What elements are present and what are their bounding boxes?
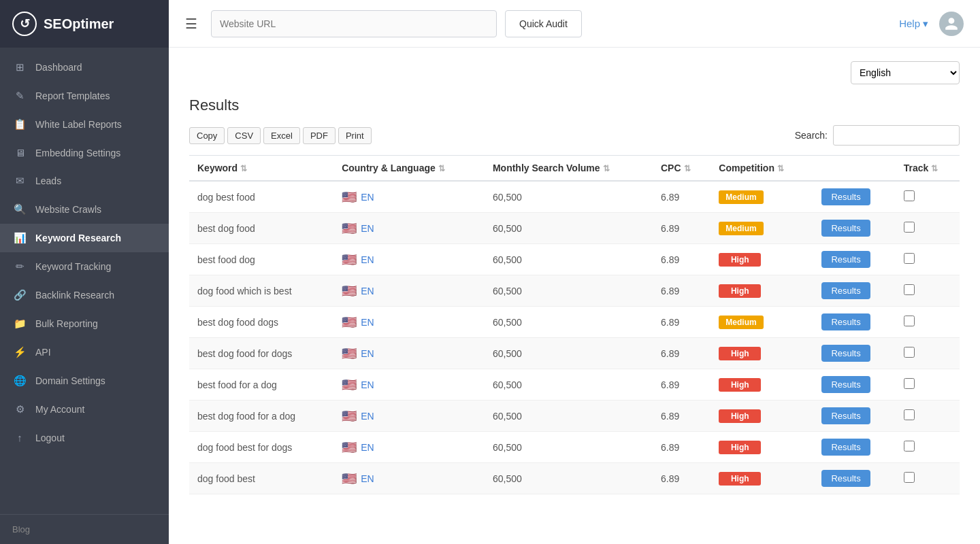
search-row: Search: (795, 125, 960, 146)
track-checkbox[interactable] (904, 378, 915, 389)
volume-cell: 60,500 (485, 213, 653, 244)
track-checkbox[interactable] (904, 441, 915, 452)
sidebar-item-my-account[interactable]: ⚙ My Account (0, 395, 169, 424)
sidebar-footer[interactable]: Blog (0, 514, 169, 544)
results-button[interactable]: Results (821, 188, 870, 205)
results-button[interactable]: Results (821, 313, 870, 330)
main-content: ☰ Quick Audit Help ▾ EnglishSpanishFrenc… (169, 0, 980, 544)
track-checkbox[interactable] (904, 472, 915, 483)
sidebar-item-report-templates[interactable]: ✎ Report Templates (0, 82, 169, 110)
results-cell: Results (813, 432, 895, 463)
export-excel-button[interactable]: Excel (263, 127, 300, 144)
sidebar-item-logout[interactable]: ↑ Logout (0, 424, 169, 452)
track-checkbox[interactable] (904, 190, 915, 201)
track-checkbox[interactable] (904, 253, 915, 264)
keyword-cell[interactable]: dog food which is best (189, 275, 333, 307)
logo[interactable]: ↺ SEOptimer (0, 0, 169, 48)
language-code: EN (361, 286, 374, 296)
results-button[interactable]: Results (821, 345, 870, 362)
competition-sort-icon[interactable]: ⇅ (777, 164, 784, 173)
results-button[interactable]: Results (821, 220, 870, 237)
my-account-icon: ⚙ (12, 403, 27, 415)
dashboard-icon: ⊞ (12, 61, 27, 73)
sidebar-item-embedding[interactable]: 🖥 Embedding Settings (0, 139, 169, 167)
results-button[interactable]: Results (821, 251, 870, 268)
sidebar-item-keyword-tracking[interactable]: ✏ Keyword Tracking (0, 252, 169, 281)
language-code: EN (361, 348, 374, 359)
results-button[interactable]: Results (821, 470, 870, 487)
results-button[interactable]: Results (821, 376, 870, 393)
th-competition: Competition⇅ (710, 156, 813, 182)
language-select[interactable]: EnglishSpanishFrenchGermanItalian (851, 61, 960, 84)
keyword-cell[interactable]: best dog food (189, 213, 333, 244)
monthly_search_volume-sort-icon[interactable]: ⇅ (603, 164, 610, 173)
results-title: Results (189, 97, 960, 114)
sidebar-item-domain-settings[interactable]: 🌐 Domain Settings (0, 367, 169, 395)
help-label: Help (899, 18, 920, 29)
cpc-cell: 6.89 (653, 244, 710, 275)
track-checkbox[interactable] (904, 409, 915, 420)
sidebar-item-dashboard[interactable]: ⊞ Dashboard (0, 53, 169, 82)
page-content: EnglishSpanishFrenchGermanItalian Result… (169, 48, 980, 544)
sidebar-item-website-crawls[interactable]: 🔍 Website Crawls (0, 195, 169, 224)
country_language-sort-icon[interactable]: ⇅ (438, 164, 445, 173)
export-print-button[interactable]: Print (338, 127, 372, 144)
track-sort-icon[interactable]: ⇅ (931, 164, 938, 173)
table-row: best dog food🇺🇸EN60,5006.89MediumResults (189, 213, 960, 244)
keyword-cell[interactable]: dog food best for dogs (189, 432, 333, 463)
keyword-sort-icon[interactable]: ⇅ (240, 164, 247, 173)
table-row: dog food best🇺🇸EN60,5006.89HighResults (189, 463, 960, 494)
results-cell: Results (813, 369, 895, 401)
track-checkbox[interactable] (904, 347, 915, 358)
export-copy-button[interactable]: Copy (189, 127, 225, 144)
results-cell: Results (813, 463, 895, 494)
search-input[interactable] (833, 125, 960, 146)
country-language-cell: 🇺🇸EN (333, 213, 485, 244)
results-cell: Results (813, 181, 895, 213)
user-avatar[interactable] (939, 12, 964, 36)
table-row: dog food which is best🇺🇸EN60,5006.89High… (189, 275, 960, 307)
results-button[interactable]: Results (821, 407, 870, 424)
track-checkbox[interactable] (904, 284, 915, 295)
sidebar-item-white-label[interactable]: 📋 White Label Reports (0, 110, 169, 139)
keyword-cell[interactable]: best food for a dog (189, 369, 333, 401)
keyword-cell[interactable]: best dog food for dogs (189, 338, 333, 369)
country-language-cell: 🇺🇸EN (333, 432, 485, 463)
export-csv-button[interactable]: CSV (227, 127, 261, 144)
results-button[interactable]: Results (821, 282, 870, 299)
white-label-icon: 📋 (12, 118, 27, 131)
cpc-sort-icon[interactable]: ⇅ (684, 164, 691, 173)
leads-icon: ✉ (12, 175, 27, 187)
track-checkbox[interactable] (904, 222, 915, 233)
url-input[interactable] (211, 10, 497, 37)
help-button[interactable]: Help ▾ (899, 18, 928, 30)
keyword-cell[interactable]: best dog food dogs (189, 307, 333, 338)
logo-text: SEOptimer (44, 16, 114, 32)
track-cell (896, 275, 960, 307)
flag-icon: 🇺🇸 (342, 409, 357, 424)
keyword-cell[interactable]: dog best food (189, 181, 333, 213)
flag-icon: 🇺🇸 (342, 190, 357, 205)
results-button[interactable]: Results (821, 439, 870, 456)
sidebar-item-backlink-research[interactable]: 🔗 Backlink Research (0, 281, 169, 309)
sidebar-item-keyword-research[interactable]: 📊 Keyword Research (0, 224, 169, 252)
hamburger-icon[interactable]: ☰ (185, 16, 197, 32)
flag-icon: 🇺🇸 (342, 440, 357, 455)
country-language-cell: 🇺🇸EN (333, 275, 485, 307)
sidebar-item-leads[interactable]: ✉ Leads (0, 167, 169, 195)
language-code: EN (361, 379, 374, 390)
competition-cell: Medium (710, 307, 813, 338)
keyword-cell[interactable]: best dog food for a dog (189, 401, 333, 432)
sidebar-item-label: Logout (35, 432, 65, 443)
keyword-cell[interactable]: best food dog (189, 244, 333, 275)
volume-cell: 60,500 (485, 275, 653, 307)
sidebar-item-bulk-reporting[interactable]: 📁 Bulk Reporting (0, 309, 169, 338)
country-language-cell: 🇺🇸EN (333, 463, 485, 494)
track-checkbox[interactable] (904, 316, 915, 326)
volume-cell: 60,500 (485, 181, 653, 213)
export-pdf-button[interactable]: PDF (303, 127, 336, 144)
cpc-cell: 6.89 (653, 338, 710, 369)
quick-audit-button[interactable]: Quick Audit (505, 10, 582, 37)
sidebar-item-api[interactable]: ⚡ API (0, 338, 169, 367)
keyword-cell[interactable]: dog food best (189, 463, 333, 494)
